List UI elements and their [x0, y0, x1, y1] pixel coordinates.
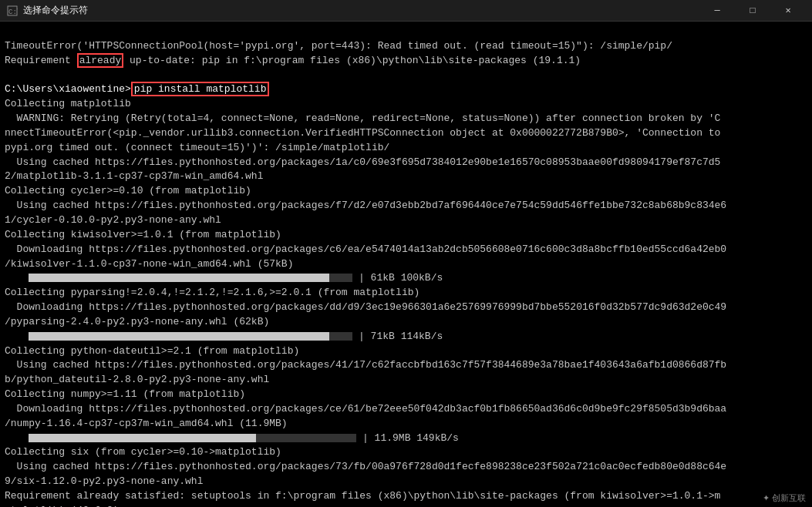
- terminal-line-cmd: C:\Users\xiaowentine>pip install matplot…: [5, 82, 269, 96]
- terminal-line: 9/six-1.12.0-py2.py3-none-any.whl: [5, 475, 203, 487]
- progress-bar-1: | 61kB 100kB/s: [5, 272, 443, 284]
- terminal-line: Requirement already up-to-date: pip in f…: [5, 53, 581, 68]
- terminal-line: Collecting pyparsing!=2.0.4,!=2.1.2,!=2.…: [5, 287, 419, 298]
- progress-bar-2: | 71kB 114kB/s: [5, 331, 443, 342]
- terminal-line: Collecting matplotlib: [5, 98, 131, 109]
- title-bar: C:\ 选择命令提示符 ─ □ ✕: [0, 0, 812, 22]
- terminal-line: 2/matplotlib-3.1.1-cp37-cp37m-win_amd64.…: [5, 170, 263, 182]
- minimize-button[interactable]: ─: [699, 0, 735, 22]
- terminal-line: TimeoutError('HTTPSConnectionPool(host='…: [5, 40, 672, 52]
- window-controls: ─ □ ✕: [699, 0, 806, 22]
- progress-bar-3: | 11.9MB 149kB/s: [5, 432, 459, 444]
- terminal-line: /numpy-1.16.4-cp37-cp37m-win_amd64.whl (…: [5, 418, 288, 429]
- terminal-output: TimeoutError('HTTPSConnectionPool(host='…: [0, 22, 812, 507]
- terminal-line: Requirement already satisfied: setuptool…: [5, 490, 720, 502]
- terminal-line: pypi.org timed out. (connect timeout=15)…: [5, 142, 389, 153]
- svg-text:C:\: C:\: [8, 8, 18, 16]
- watermark-icon: ✦: [763, 493, 770, 502]
- close-button[interactable]: ✕: [770, 0, 806, 22]
- title-bar-left: C:\ 选择命令提示符: [6, 4, 88, 17]
- terminal-line: Downloading https://files.pythonhosted.o…: [5, 301, 726, 313]
- maximize-button[interactable]: □: [735, 0, 770, 22]
- terminal-line: Collecting numpy>=1.11 (from matplotlib): [5, 388, 245, 400]
- terminal-line: Using cached https://files.pythonhosted.…: [5, 156, 720, 168]
- terminal-line: Using cached https://files.pythonhosted.…: [5, 200, 726, 211]
- terminal-line: /pyparsing-2.4.0-py2.py3-none-any.whl (6…: [5, 316, 269, 327]
- terminal-line: Collecting six (from cycler>=0.10->matpl…: [5, 446, 281, 458]
- terminal-line: 1/cycler-0.10.0-py2.py3-none-any.whl: [5, 214, 221, 226]
- terminal-line: Using cached https://files.pythonhosted.…: [5, 461, 726, 472]
- watermark-text: 创新互联: [772, 493, 806, 502]
- terminal-line: Collecting python-dateutil>=2.1 (from ma…: [5, 345, 299, 357]
- terminal-line: Downloading https://files.pythonhosted.o…: [5, 243, 726, 255]
- terminal-line: /kiwisolver-1.1.0-cp37-none-win_amd64.wh…: [5, 258, 293, 270]
- terminal-line: b/python_dateutil-2.8.0-py2.py3-none-any…: [5, 374, 269, 385]
- app-icon: C:\: [6, 5, 19, 17]
- terminal-line: WARNING: Retrying (Retry(total=4, connec…: [5, 112, 720, 124]
- terminal-line: Collecting kiwisolver>=1.0.1 (from matpl…: [5, 229, 281, 240]
- terminal-line: nnectTimeoutError(<pip._vendor.urllib3.c…: [5, 127, 720, 139]
- terminal-line: Collecting cycler>=0.10 (from matplotlib…: [5, 185, 251, 196]
- watermark: ✦ 创新互联: [763, 492, 806, 504]
- terminal-line: Using cached https://files.pythonhosted.…: [5, 359, 726, 371]
- window-title: 选择命令提示符: [23, 4, 88, 17]
- terminal-line: Downloading https://files.pythonhosted.o…: [5, 403, 726, 415]
